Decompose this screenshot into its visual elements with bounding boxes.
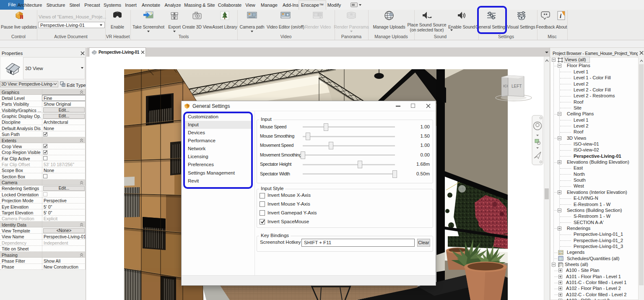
- svg-text:LEFT: LEFT: [512, 84, 522, 89]
- svg-text:ICI: ICI: [503, 84, 508, 88]
